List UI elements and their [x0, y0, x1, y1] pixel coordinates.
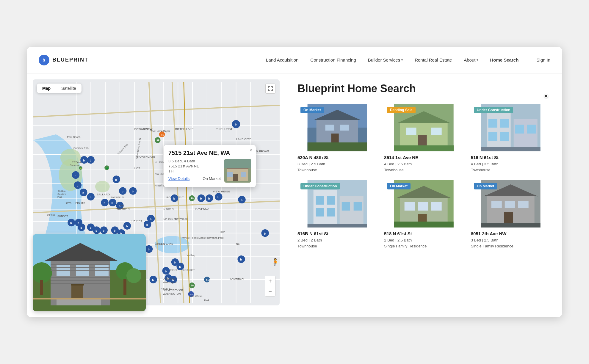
listing-card-3[interactable]: Under Construction	[471, 104, 550, 173]
map-expand-button[interactable]	[265, 84, 275, 94]
svg-text:Park Beach: Park Beach	[67, 136, 80, 139]
svg-rect-231	[431, 128, 442, 135]
svg-text:b: b	[152, 278, 154, 282]
logo[interactable]: b BLUEPRINT	[39, 55, 88, 65]
svg-text:The Home Depot: The Home Depot	[150, 130, 170, 133]
svg-text:b: b	[148, 248, 150, 251]
svg-text:VIEW RIDGE: VIEW RIDGE	[213, 190, 230, 193]
listing-card-6[interactable]: On Market	[471, 180, 550, 249]
svg-rect-270	[481, 223, 540, 228]
svg-rect-248	[316, 196, 324, 205]
nav-construction-financing[interactable]: Construction Financing	[310, 57, 356, 62]
svg-text:HEIGHTS: HEIGHTS	[115, 207, 126, 210]
zoom-in-button[interactable]: +	[265, 276, 275, 286]
popup-property-image	[224, 159, 251, 183]
svg-rect-254	[308, 224, 367, 228]
svg-text:b: b	[90, 226, 91, 229]
svg-text:b: b	[241, 198, 242, 202]
svg-rect-226	[308, 142, 367, 151]
nav-home-search[interactable]: Home Search	[490, 57, 518, 62]
listing-badge-3: Under Construction	[474, 107, 513, 113]
nav-rental-real-estate[interactable]: Rental Real Estate	[415, 57, 452, 62]
listing-address-5: 518 N 61st St	[384, 231, 463, 236]
scroll-indicator	[544, 94, 548, 98]
nav-builder-services[interactable]: Builder Services ▾	[368, 57, 403, 62]
nav-land-acquisition[interactable]: Land Acquisition	[266, 57, 298, 62]
listing-card-5[interactable]: On Market	[384, 180, 463, 249]
map-toggle-satellite[interactable]: Satellite	[56, 84, 82, 93]
svg-text:b: b	[83, 159, 85, 162]
svg-rect-262	[394, 222, 454, 228]
svg-text:NE 75th St: NE 75th St	[163, 218, 176, 221]
svg-text:b: b	[77, 221, 79, 225]
listing-card-2[interactable]: Pending Sale	[384, 104, 463, 173]
svg-text:99: 99	[156, 139, 159, 142]
svg-text:Swanse: Swanse	[70, 164, 79, 167]
svg-text:Gardens: Gardens	[57, 193, 66, 195]
svg-rect-234	[394, 145, 454, 151]
about-chevron: ▾	[477, 58, 478, 62]
svg-text:b: b	[70, 221, 72, 225]
svg-text:b: b	[165, 270, 167, 273]
svg-text:BROADVIEW: BROADVIEW	[134, 127, 153, 131]
listing-meta-1: 3 Bed | 2.5 Bath Townhouse	[297, 161, 377, 173]
svg-text:b: b	[235, 123, 237, 126]
listing-img-5: On Market	[384, 180, 463, 228]
svg-text:PINEHURST: PINEHURST	[216, 127, 232, 131]
listing-meta-2: 4 Bed | 2.5 Bath Townhouse	[384, 161, 463, 173]
popup-info: 3.5 Bed, 4 Bath 7515 21st Ave NE TH View…	[168, 159, 221, 183]
listings-title: Blueprint Home Search	[297, 82, 550, 95]
svg-text:b: b	[200, 197, 202, 200]
svg-text:b: b	[114, 229, 115, 232]
svg-rect-259	[418, 202, 428, 211]
svg-rect-191	[233, 174, 238, 181]
svg-text:NE: NE	[236, 242, 240, 245]
svg-text:b: b	[150, 217, 152, 221]
svg-rect-247	[340, 196, 364, 228]
svg-text:LAURELH: LAURELH	[230, 277, 244, 280]
listing-img-3: Under Construction	[471, 104, 550, 151]
svg-rect-230	[406, 128, 416, 135]
svg-text:b: b	[115, 178, 117, 181]
svg-text:b: b	[112, 201, 113, 205]
listing-card-1[interactable]: On Market	[297, 104, 377, 173]
nav-sign-in[interactable]: Sign In	[536, 57, 550, 62]
svg-rect-266	[491, 201, 502, 208]
builder-services-chevron: ▾	[401, 58, 403, 62]
svg-text:UNIVERSITY OF: UNIVERSITY OF	[163, 289, 183, 292]
svg-text:PHINNE: PHINNE	[131, 219, 142, 222]
svg-text:b: b	[217, 196, 219, 199]
svg-rect-250	[316, 208, 324, 216]
popup-view-details-link[interactable]: View Details	[168, 176, 189, 181]
svg-rect-251	[327, 208, 335, 216]
listing-img-4: Under Construction	[297, 180, 377, 228]
svg-rect-239	[500, 119, 509, 128]
svg-text:LICT: LICT	[134, 167, 140, 170]
nav-about[interactable]: About ▾	[464, 57, 478, 62]
listing-meta-4: 2 Bed | 2 Bath Townhouse	[297, 237, 377, 249]
svg-text:BITTER LAKE: BITTER LAKE	[175, 127, 194, 131]
svg-text:Carkeek Park: Carkeek Park	[73, 147, 90, 150]
svg-text:b: b	[43, 58, 45, 62]
svg-text:WASHINGTON: WASHINGTON	[163, 292, 181, 295]
navbar: b BLUEPRINT Land Acquisition Constructio…	[27, 47, 562, 73]
svg-rect-244	[481, 147, 540, 151]
svg-rect-194	[224, 159, 251, 168]
zoom-out-button[interactable]: −	[265, 286, 275, 296]
popup-close-button[interactable]: ×	[250, 148, 252, 153]
svg-text:🧍: 🧍	[271, 258, 280, 266]
svg-rect-224	[340, 125, 349, 131]
map-toggle-map[interactable]: Map	[37, 84, 56, 93]
svg-text:NW 85th St: NW 85th St	[111, 196, 125, 199]
listing-address-6: 8051 2th Ave NW	[471, 231, 550, 236]
svg-text:BALLARD: BALLARD	[97, 193, 110, 196]
svg-rect-252	[342, 202, 350, 211]
svg-text:b: b	[95, 229, 97, 232]
house-photo	[33, 234, 146, 311]
map-zoom-controls: + −	[265, 276, 275, 296]
svg-text:SUNSET: SUNSET	[57, 215, 68, 218]
svg-text:b: b	[132, 190, 134, 193]
listing-card-4[interactable]: Under Construction	[297, 180, 377, 249]
svg-text:b: b	[90, 159, 91, 162]
listing-badge-5: On Market	[387, 183, 411, 189]
